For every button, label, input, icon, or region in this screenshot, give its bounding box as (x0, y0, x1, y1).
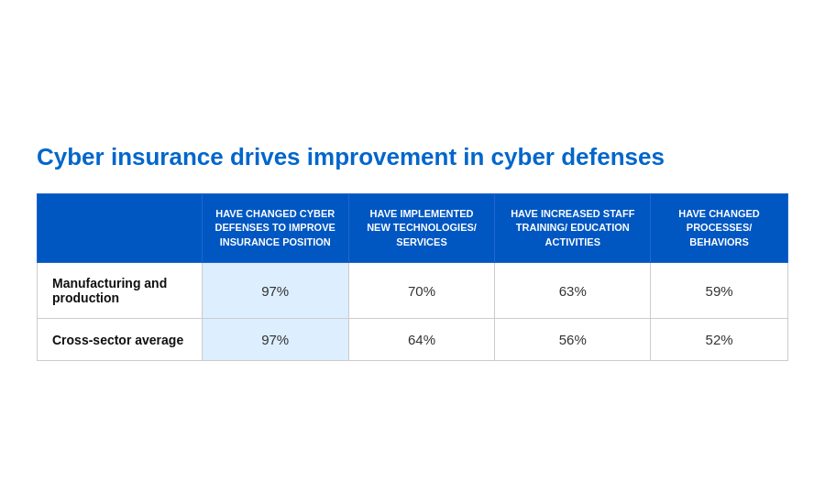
main-container: Cyber insurance drives improvement in cy… (37, 125, 788, 379)
cell-crosssector-col2: 64% (348, 319, 495, 361)
header-col2: HAVE IMPLEMENTED NEW TECHNOLOGIES/ SERVI… (348, 193, 495, 262)
header-col1: HAVE CHANGED CYBER DEFENSES TO IMPROVE I… (202, 193, 348, 262)
cell-manufacturing-col3: 63% (495, 263, 651, 319)
cell-manufacturing-col2: 70% (348, 263, 495, 319)
chart-title: Cyber insurance drives improvement in cy… (37, 143, 788, 171)
row-label-crosssector: Cross-sector average (38, 319, 203, 361)
cell-manufacturing-col1: 97% (202, 263, 348, 319)
table-row: Manufacturing and production 97% 70% 63%… (38, 263, 788, 319)
cell-crosssector-col4: 52% (651, 319, 788, 361)
header-col3: HAVE INCREASED STAFF TRAINING/ EDUCATION… (495, 193, 651, 262)
header-empty (38, 193, 203, 262)
cell-crosssector-col3: 56% (495, 319, 651, 361)
cell-crosssector-col1: 97% (202, 319, 348, 361)
table-header-row: HAVE CHANGED CYBER DEFENSES TO IMPROVE I… (38, 193, 788, 262)
header-col4: HAVE CHANGED PROCESSES/ BEHAVIORS (651, 193, 788, 262)
row-label-manufacturing: Manufacturing and production (38, 263, 203, 319)
table-row: Cross-sector average 97% 64% 56% 52% (38, 319, 788, 361)
cell-manufacturing-col4: 59% (651, 263, 788, 319)
data-table: HAVE CHANGED CYBER DEFENSES TO IMPROVE I… (37, 193, 788, 361)
